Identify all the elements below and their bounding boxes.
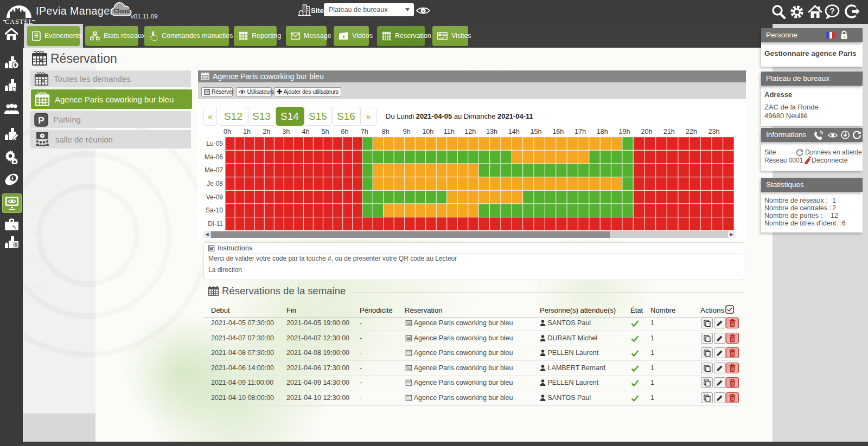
svg-text:12h: 12h <box>464 128 476 135</box>
svg-text:Me-07: Me-07 <box>205 166 223 174</box>
svg-text:9h: 9h <box>403 128 411 135</box>
svg-text:19h: 19h <box>618 128 630 135</box>
svg-text:16h: 16h <box>552 128 564 135</box>
svg-text:8h: 8h <box>382 128 390 135</box>
svg-text:0101: 0101 <box>30 203 45 210</box>
svg-text:1001: 1001 <box>30 285 45 291</box>
svg-text:0110: 0110 <box>30 257 44 264</box>
svg-text:Ve-09: Ve-09 <box>206 193 224 201</box>
svg-text:18h: 18h <box>597 128 608 135</box>
svg-text:17h: 17h <box>575 128 586 135</box>
svg-text:2h: 2h <box>263 128 270 135</box>
svg-text:23h: 23h <box>708 128 719 135</box>
svg-text:20h: 20h <box>641 128 652 135</box>
svg-text:21h: 21h <box>663 128 675 135</box>
svg-text:Sa-10: Sa-10 <box>206 206 223 214</box>
svg-text:22h: 22h <box>686 128 697 135</box>
svg-text:4h: 4h <box>302 128 309 135</box>
svg-text:Lu-05: Lu-05 <box>206 140 223 147</box>
svg-text:Ma-06: Ma-06 <box>205 153 223 161</box>
svg-text:15h: 15h <box>530 128 541 135</box>
svg-text:Di-11: Di-11 <box>208 220 223 228</box>
svg-text:13h: 13h <box>486 128 497 135</box>
svg-text:14h: 14h <box>508 128 520 135</box>
svg-text:0h: 0h <box>224 128 231 135</box>
svg-text:Cloud: Cloud <box>114 8 130 14</box>
svg-text:1h: 1h <box>243 128 251 135</box>
svg-text:Je-08: Je-08 <box>207 180 223 188</box>
svg-text:7h: 7h <box>361 128 368 135</box>
svg-text:10h: 10h <box>422 128 433 135</box>
svg-text:6h: 6h <box>341 128 349 135</box>
svg-text:?: ? <box>829 6 834 15</box>
svg-text:P: P <box>38 115 44 125</box>
svg-text:5h: 5h <box>321 128 329 135</box>
svg-text:11h: 11h <box>444 128 455 135</box>
svg-text:1010: 1010 <box>30 230 44 237</box>
svg-text:3h: 3h <box>282 128 290 135</box>
svg-text:CASTEL: CASTEL <box>5 18 33 24</box>
